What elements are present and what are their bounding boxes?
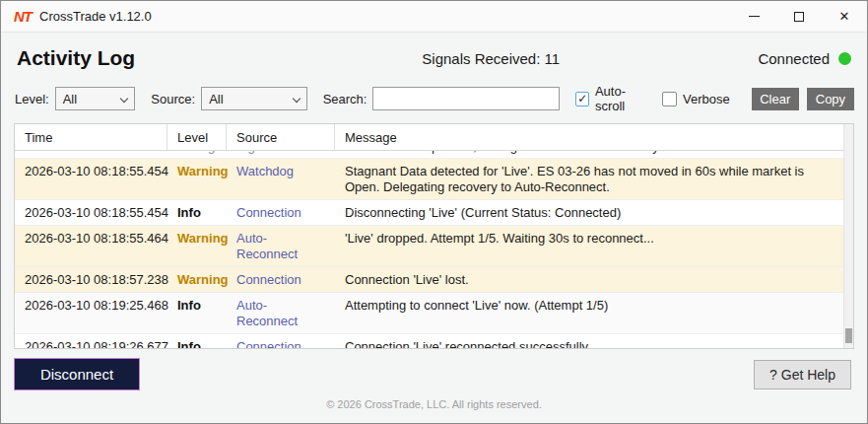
log-row[interactable]: 2026-03-10 08:18:55.454InfoConnectionDis… [15, 200, 853, 226]
verbose-label: Verbose [683, 92, 730, 106]
autoscroll-checkbox-box[interactable]: ✓ [575, 92, 588, 106]
log-message: 'Live' dropped. Attempt 1/5. Waiting 30s… [335, 226, 853, 266]
close-icon: ✕ [839, 10, 850, 23]
column-header-time: Time [15, 124, 167, 150]
clear-button[interactable]: Clear [752, 88, 799, 110]
log-source: Connection [227, 334, 335, 349]
source-filter-label: Source: [151, 92, 195, 106]
connection-status-label: Connected [758, 50, 830, 67]
log-level: Warning [167, 159, 227, 199]
scrollbar-thumb[interactable] [845, 328, 852, 343]
log-source: Auto-Reconnect [227, 293, 335, 333]
table-scrollbar[interactable] [843, 124, 853, 348]
copy-button[interactable]: Copy [807, 88, 854, 110]
log-level: Debug [167, 151, 227, 159]
log-message: Disconnecting 'Live' (Current Status: Co… [335, 200, 853, 225]
log-row[interactable]: 2026-03-10 08:19:26.677InfoConnectionCon… [15, 334, 853, 349]
log-time: 2026-03-10 08:19:25.468 [15, 293, 167, 333]
search-label: Search: [323, 92, 367, 106]
verbose-checkbox-box[interactable] [662, 92, 677, 106]
filter-bar: Level: All Source: All Search: ✓ Auto-sc… [1, 80, 867, 123]
autoscroll-label: Auto-scroll [595, 84, 648, 113]
source-filter-dropdown[interactable]: All [201, 87, 307, 110]
log-row[interactable]: 2026-03-10 08:18:55.454WarningWatchdogSt… [15, 159, 853, 200]
log-rows: 2026-03-10 08:18:55.454WarningWatchdogSt… [15, 159, 853, 349]
signals-received-counter: Signals Received: 11 [224, 50, 758, 67]
clipped-log-row: 2026-03-10 08:18:55.410 Debug Signal can… [15, 151, 853, 159]
log-message: Connection 'Live' lost. [335, 267, 853, 292]
log-source: Connection [227, 200, 335, 225]
get-help-button[interactable]: ? Get Help [754, 360, 851, 389]
level-filter-label: Level: [15, 92, 49, 106]
table-header-row: Time Level Source Message [15, 124, 853, 151]
chevron-down-icon [292, 95, 300, 103]
search-input[interactable] [372, 87, 560, 110]
maximize-button[interactable] [776, 1, 822, 33]
log-time: 2026-03-10 08:18:55.454 [15, 200, 167, 225]
copyright-footer: © 2026 CrossTrade, LLC. All rights reser… [1, 390, 867, 416]
log-level: Info [167, 334, 227, 349]
disconnect-button[interactable]: Disconnect [14, 358, 140, 390]
log-level: Warning [167, 267, 227, 292]
verbose-checkbox[interactable]: Verbose [662, 92, 730, 106]
log-time: 2026-03-10 08:18:55.410 [15, 151, 167, 159]
column-header-level: Level [167, 124, 227, 150]
minimize-button[interactable] [731, 1, 776, 33]
activity-log-table: Time Level Source Message 2026-03-10 08:… [14, 123, 854, 349]
minimize-icon [749, 16, 760, 17]
connection-status: Connected [758, 50, 851, 67]
window-title: CrossTrade v1.12.0 [39, 9, 152, 24]
log-row[interactable]: 2026-03-10 08:18:57.238WarningConnection… [15, 267, 853, 293]
log-message: Stagnant Data detected for 'Live'. ES 03… [335, 159, 853, 199]
level-filter-value: All [63, 92, 77, 106]
log-row[interactable]: 2026-03-10 08:19:25.468InfoAuto-Reconnec… [15, 293, 853, 334]
header-strip: Activity Log Signals Received: 11 Connec… [1, 33, 867, 80]
autoscroll-checkbox[interactable]: ✓ Auto-scroll [575, 84, 648, 113]
status-dot-icon [838, 52, 851, 65]
log-source: Auto-Reconnect [227, 226, 335, 266]
log-level: Info [167, 200, 227, 225]
level-filter-dropdown[interactable]: All [55, 87, 136, 110]
log-source: Watchdog [227, 159, 335, 199]
log-message: cancellation requested, exiting Graceful… [335, 151, 853, 159]
app-logo-icon: NT [14, 8, 32, 25]
title-bar: NT CrossTrade v1.12.0 ✕ [1, 1, 867, 33]
log-time: 2026-03-10 08:18:55.454 [15, 159, 167, 199]
log-level: Warning [167, 226, 227, 266]
log-time: 2026-03-10 08:18:55.464 [15, 226, 167, 266]
log-row[interactable]: 2026-03-10 08:18:55.464WarningAuto-Recon… [15, 226, 853, 267]
bottom-bar: Disconnect ? Get Help [1, 349, 867, 390]
log-message: Connection 'Live' reconnected successful… [335, 334, 853, 349]
column-header-source: Source [227, 124, 335, 150]
log-source: Connection [227, 267, 335, 292]
log-message: Attempting to connect 'Live' now. (Attem… [335, 293, 853, 333]
column-header-message: Message [335, 124, 853, 150]
log-source: Signal [227, 151, 335, 159]
chevron-down-icon [120, 95, 128, 103]
source-filter-value: All [209, 92, 223, 106]
app-window: NT CrossTrade v1.12.0 ✕ Activity Log Sig… [0, 0, 868, 424]
log-time: 2026-03-10 08:18:57.238 [15, 267, 167, 292]
log-time: 2026-03-10 08:19:26.677 [15, 334, 167, 349]
close-button[interactable]: ✕ [822, 1, 867, 33]
log-level: Info [167, 293, 227, 333]
maximize-icon [794, 12, 804, 22]
